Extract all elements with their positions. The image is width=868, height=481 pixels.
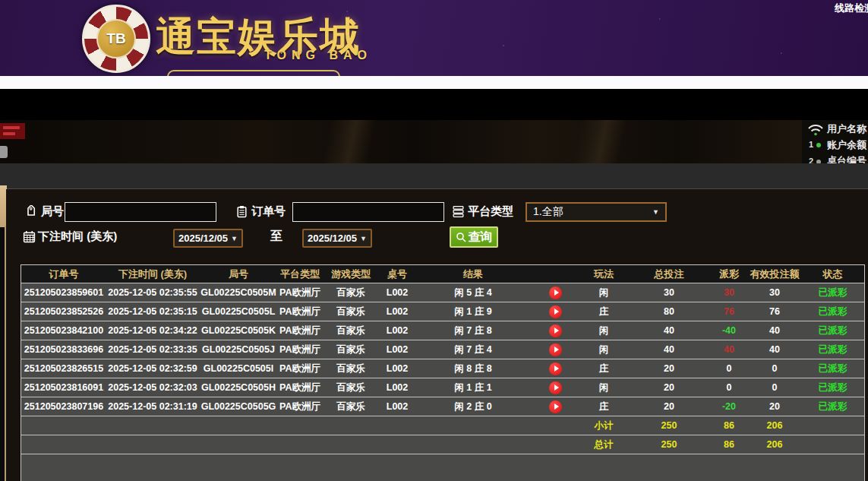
cell-payout: 0 [710, 363, 748, 374]
cell-table-number: L002 [380, 401, 415, 412]
col-header-play: 玩法 [579, 267, 628, 281]
table-row: 251205023859601 2025-12-05 02:35:55 GL00… [21, 283, 864, 302]
gray-strip [0, 163, 868, 188]
chevron-down-icon: ▼ [652, 208, 659, 216]
round-input[interactable] [65, 202, 216, 222]
cell-round-id: GL00225C0505J [199, 344, 278, 355]
search-button[interactable]: 查询 [450, 226, 498, 248]
cell-order-number: 251205023852526 [21, 306, 106, 317]
platform-select[interactable]: 1.全部 ▼ [526, 202, 667, 222]
clipboard-icon [235, 205, 248, 218]
cell-bet-time: 2025-12-05 02:35:15 [106, 306, 199, 317]
cell-replay [532, 381, 579, 394]
play-icon [554, 384, 559, 391]
cell-total-bet: 20 [628, 363, 710, 374]
platform-filter-label: 平台类型 [468, 204, 513, 219]
cell-valid-bet: 40 [748, 325, 801, 336]
cell-total-bet: 40 [628, 325, 710, 336]
cell-bet-time: 2025-12-05 02:35:55 [106, 287, 199, 298]
col-header-round: 局号 [199, 267, 278, 281]
game-info-widget: 用户名称 账户余额 桌台编号 1 2 [802, 120, 868, 163]
pillar-decoration [322, 120, 377, 163]
replay-play-button[interactable] [549, 324, 562, 337]
seat-1: 1 [809, 140, 813, 149]
cell-bet-side: 闲 [579, 343, 628, 356]
seat-1-status-dot [816, 143, 821, 147]
play-icon [554, 365, 559, 372]
col-header-order: 订单号 [21, 267, 106, 281]
col-header-valid: 有效投注额 [748, 267, 801, 281]
cell-bet-time: 2025-12-05 02:32:59 [106, 363, 199, 374]
cell-total-bet: 20 [628, 401, 710, 412]
subtotal-payout: 86 [710, 420, 748, 431]
subtotal-bet: 250 [628, 420, 710, 431]
cell-result: 闲 7 庄 8 [415, 324, 532, 337]
search-icon [456, 232, 467, 243]
brand-header: TB 通宝娱乐城 TONG BAO 线路检测 [0, 0, 868, 76]
cell-replay [532, 324, 579, 337]
cell-total-bet: 40 [628, 344, 710, 355]
replay-play-button[interactable] [549, 362, 562, 375]
replay-play-button[interactable] [549, 381, 562, 394]
cell-status: 已派彩 [801, 381, 864, 394]
total-bet: 250 [628, 439, 710, 450]
cell-platform: PA欧洲厅 [278, 381, 322, 394]
cell-status: 已派彩 [801, 305, 864, 318]
cell-result: 闲 2 庄 0 [415, 400, 532, 413]
play-icon [554, 347, 559, 353]
table-row: 251205023807196 2025-12-05 02:31:19 GL00… [21, 397, 864, 416]
cell-valid-bet: 76 [748, 306, 801, 317]
cell-platform: PA欧洲厅 [278, 286, 322, 299]
pillar-decoration [573, 120, 627, 163]
cell-platform: PA欧洲厅 [278, 400, 322, 413]
results-table: 订单号 下注时间 (美东) 局号 平台类型 游戏类型 桌号 结果 玩法 总投注 … [21, 264, 865, 481]
black-strip [0, 89, 868, 120]
play-icon [554, 403, 559, 410]
date-from-picker[interactable]: 2025/12/05 ▼ [173, 229, 243, 248]
cell-bet-time: 2025-12-05 02:33:35 [106, 344, 199, 355]
col-header-status: 状态 [801, 267, 864, 281]
cell-replay [532, 343, 579, 356]
cell-result: 闲 1 庄 9 [415, 305, 532, 318]
bet-time-filter-label: 下注时间 (美东) [38, 229, 117, 244]
total-row: 总计 250 86 206 [21, 435, 864, 454]
col-header-bet: 总投注 [628, 267, 710, 281]
wifi-icon [807, 123, 824, 136]
subtotal-valid: 206 [748, 420, 801, 431]
replay-play-button[interactable] [549, 400, 562, 413]
cell-table-number: L002 [380, 325, 415, 336]
round-filter-label: 局号 [41, 204, 64, 219]
seat-2: 2 [809, 157, 813, 163]
white-strip [0, 76, 868, 89]
dimmed-lobby-band: 用户名称 账户余额 桌台编号 1 2 [0, 120, 868, 163]
cell-bet-side: 庄 [579, 400, 628, 413]
replay-play-button[interactable] [549, 305, 562, 318]
cell-bet-time: 2025-12-05 02:31:19 [106, 401, 199, 412]
date-to-picker[interactable]: 2025/12/05 ▼ [302, 229, 372, 248]
cell-order-number: 251205023833696 [21, 344, 106, 355]
cell-status: 已派彩 [801, 400, 864, 413]
cell-total-bet: 80 [628, 306, 710, 317]
to-label: 至 [270, 229, 282, 245]
date-from-value: 2025/12/05 [178, 233, 228, 244]
chip-monogram: TB [106, 30, 125, 47]
replay-play-button[interactable] [549, 343, 562, 356]
total-valid: 206 [748, 439, 801, 450]
replay-play-button[interactable] [549, 286, 562, 299]
cell-bet-side: 闲 [579, 381, 628, 394]
table-row: 251205023816091 2025-12-05 02:32:03 GL00… [21, 378, 864, 397]
subtotal-label: 小计 [579, 419, 628, 432]
cell-result: 闲 1 庄 1 [415, 381, 532, 394]
total-payout: 86 [710, 439, 748, 450]
line-check-link[interactable]: 线路检测 [835, 2, 868, 15]
total-label: 总计 [579, 438, 628, 451]
cell-order-number: 251205023826515 [21, 363, 106, 374]
cell-round-id: GL00225C0505G [199, 401, 278, 412]
cell-result: 闲 5 庄 4 [415, 286, 532, 299]
casino-chip-logo-icon: TB [82, 5, 150, 73]
order-input[interactable] [292, 202, 444, 222]
play-icon [554, 309, 559, 315]
cell-status: 已派彩 [801, 362, 864, 375]
cell-replay [532, 305, 579, 318]
cell-bet-side: 闲 [579, 286, 628, 299]
